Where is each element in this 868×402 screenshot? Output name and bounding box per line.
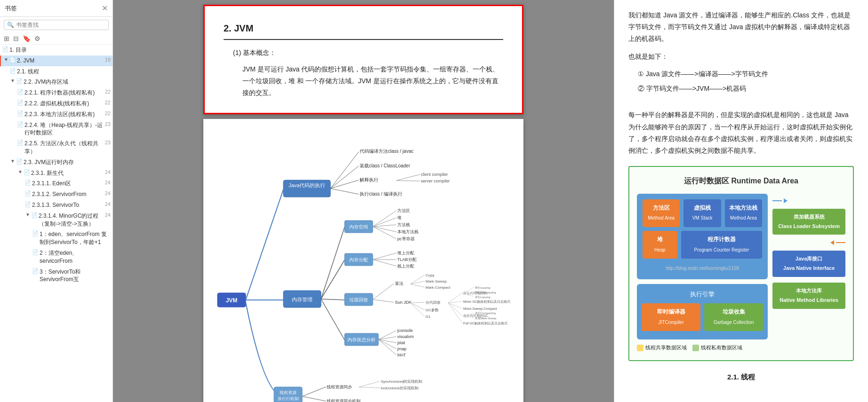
svg-text:方法栈: 方法栈	[397, 222, 410, 227]
page-2-3-1-2: 24	[105, 190, 111, 196]
sidebar-item-2-3-1[interactable]: ▼ 📄 2.3.1. 新生代 24	[0, 168, 113, 179]
sidebar-item-2-3-label: 2.3. JVM运行时内存	[24, 158, 111, 166]
arrow-icon-2-3-1: ▼	[17, 169, 24, 174]
right-list-item-2: ② 字节码文件——>JVM——>机器码	[638, 83, 854, 95]
svg-text:Minor-Sweep-Compact: Minor-Sweep-Compact	[463, 307, 497, 311]
sidebar-item-1[interactable]: 📄 1. 目录	[0, 45, 113, 55]
sidebar-item-2-3-1-4-1[interactable]: 📄 1：eden、servicorFrom 复制到ServivorTo，年龄+1	[0, 229, 113, 248]
right-text-2: 也就是如下：	[628, 51, 854, 63]
sidebar-search-box[interactable]: 🔍	[4, 20, 109, 30]
sidebar-item-2-2-5-label: 2.2.5. 方法区/永久代（线程共享）	[24, 140, 103, 156]
svg-text:解释执行: 解释执行	[360, 177, 378, 182]
search-icon: 🔍	[7, 22, 14, 28]
svg-text:线程资源同步机制: 线程资源同步机制	[327, 399, 361, 402]
svg-text:TLAB分配: TLAB分配	[397, 257, 417, 262]
sidebar-item-2-3-1-1[interactable]: 📄 2.3.1.1. Eden区 24	[0, 178, 113, 189]
sidebar-item-2[interactable]: ▼ 📄 2. JVM 19	[0, 55, 113, 66]
search-input[interactable]	[16, 22, 105, 28]
sidebar-item-2-3-1-2-label: 2.3.1.2. ServivorFrom	[32, 190, 103, 198]
sidebar-item-2-3-1-4-3[interactable]: 📄 3：ServivorTo和ServivorFrom互	[0, 267, 113, 285]
svg-text:栈上分配: 栈上分配	[397, 264, 414, 268]
svg-text:MAT: MAT	[397, 353, 406, 357]
method-area-cell: 方法区Method Area	[643, 199, 680, 227]
runtime-diagram-title: 运行时数据区 Runtime Data Area	[637, 174, 845, 188]
sidebar-item-2-3-1-4[interactable]: ▼ 📄 2.3.1.4. MinorGC的过程（复制->清空->互换） 24	[0, 211, 113, 229]
sidebar-item-2-2-5[interactable]: 📄 2.2.5. 方法区/永久代（线程共享） 23	[0, 138, 113, 157]
page-2-3-1-3: 24	[105, 201, 111, 207]
svg-text:串行copying: 串行copying	[475, 286, 490, 289]
gc-cell: 垃圾收集Garbage Collection	[704, 303, 763, 331]
svg-line-26	[373, 225, 396, 227]
svg-text:JVM: JVM	[226, 297, 238, 304]
svg-line-52	[373, 300, 394, 302]
svg-text:分代回收: 分代回收	[426, 300, 441, 305]
arrow-icon-2-2: ▼	[9, 78, 16, 83]
sidebar-item-2-2[interactable]: ▼ 📄 2.2. JVM内存区域	[0, 77, 113, 87]
pdf-area[interactable]: 2. JVM (1) 基本概念： JVM 是可运行 Java 代码的假想计算机，…	[113, 0, 614, 402]
svg-line-35	[373, 253, 396, 260]
sidebar-item-2-2-3-label: 2.2.3. 本地方法区(线程私有)	[24, 110, 103, 118]
bookmark-icon-2-3-1-4-1: 📄	[32, 230, 39, 236]
svg-text:执行行机制: 执行行机制	[278, 396, 299, 401]
bookmark-icon[interactable]: 🔖	[23, 35, 31, 42]
sidebar-item-2-1[interactable]: 📄 2.1. 线程	[0, 66, 113, 77]
svg-text:并发Mark-Sweep: 并发Mark-Sweep	[475, 316, 497, 320]
svg-text:client compiler: client compiler	[421, 172, 448, 177]
sidebar-item-2-1-label: 2.1. 线程	[17, 68, 111, 76]
svg-line-13	[396, 181, 420, 181]
svg-line-22	[373, 211, 396, 227]
svg-text:算法: 算法	[395, 281, 403, 286]
svg-text:jstat: jstat	[397, 340, 405, 345]
page-2-2-4: 23	[105, 121, 111, 127]
heap-cell: 堆Heap	[643, 231, 677, 259]
right-text-3: 每一种平台的解释器是不同的，但是实现的虚拟机是相同的，这也就是 Java 为什么…	[628, 109, 854, 157]
sidebar-item-2-2-4[interactable]: 📄 2.2.4. 堆（Heap-线程共享）-运行时数据区 23	[0, 120, 113, 139]
sidebar-close-button[interactable]: ✕	[102, 4, 108, 13]
runtime-main-box: 方法区Method Area 虚拟栈VM Stack 本地方法栈Method A…	[637, 194, 768, 279]
svg-line-39	[373, 260, 396, 266]
sidebar-item-2-2-2[interactable]: 📄 2.2.2. 虚拟机栈(线程私有) 22	[0, 98, 113, 109]
svg-text:Mark-Sweep: Mark-Sweep	[426, 279, 447, 284]
page-2-3-1-4: 24	[105, 212, 111, 218]
sidebar-item-2-2-1-label: 2.2.1. 程序计数器(线程私有)	[24, 89, 103, 97]
svg-line-102	[302, 396, 326, 401]
svg-line-78	[410, 303, 425, 316]
execution-engine-title: 执行引擎	[642, 289, 763, 300]
svg-text:Full GC触发机制以及日志格式: Full GC触发机制以及日志格式	[463, 322, 507, 325]
sidebar-item-2-2-3[interactable]: 📄 2.2.3. 本地方法区(线程私有) 22	[0, 109, 113, 120]
svg-text:visualvm: visualvm	[397, 334, 414, 339]
sidebar-item-2-3-1-3[interactable]: 📄 2.3.1.3. ServivorTo 24	[0, 200, 113, 211]
page-2-2-5: 23	[105, 140, 111, 145]
sidebar-item-2-3-1-4-1-label: 1：eden、servicorFrom 复制到ServivorTo，年龄+1	[40, 230, 111, 246]
svg-text:垃圾回收: 垃圾回收	[349, 297, 368, 302]
svg-line-19	[321, 227, 345, 299]
runtime-diagram: 运行时数据区 Runtime Data Area 方法区Method Area …	[628, 166, 854, 361]
collapse-all-icon[interactable]: ⊟	[13, 35, 19, 42]
svg-text:线程资源: 线程资源	[280, 390, 297, 395]
sidebar-item-2-2-1[interactable]: 📄 2.2.1. 程序计数器(线程私有) 22	[0, 87, 113, 98]
bookmark-icon-2-2-1: 📄	[17, 89, 24, 95]
svg-text:内存空间: 内存空间	[349, 224, 368, 229]
svg-text:内存管理: 内存管理	[292, 297, 313, 302]
svg-text:Mark-Compact: Mark-Compact	[426, 285, 450, 290]
svg-text:GC参数: GC参数	[426, 308, 439, 312]
sidebar-item-2-3-1-4-2[interactable]: 📄 2：清空eden、servicorFrom	[0, 248, 113, 267]
svg-line-96	[302, 387, 326, 396]
bookmark-icon-2-2-4: 📄	[17, 121, 24, 127]
svg-line-24	[373, 218, 396, 227]
sidebar-item-2-3[interactable]: ▼ 📄 2.3. JVM运行时内存	[0, 157, 113, 168]
svg-text:线程资源同步: 线程资源同步	[327, 385, 352, 389]
sidebar-item-2-3-1-2[interactable]: 📄 2.3.1.2. ServivorFrom 24	[0, 189, 113, 200]
sidebar-item-1-label: 1. 目录	[9, 46, 111, 54]
bookmark-icon-2-3-1-4-2: 📄	[32, 249, 39, 255]
svg-text:并行Compacting: 并行Compacting	[475, 311, 496, 315]
expand-all-icon[interactable]: ⊞	[4, 35, 9, 42]
settings-icon[interactable]: ⚙	[34, 35, 40, 42]
legend-private-label: 线程私有数据区域	[701, 343, 742, 353]
sidebar-item-2-2-label: 2.2. JVM内存区域	[24, 78, 111, 86]
sidebar-item-2-3-1-label: 2.3.1. 新生代	[31, 169, 103, 177]
svg-text:jconsole: jconsole	[397, 328, 413, 333]
svg-line-41	[321, 299, 345, 300]
svg-text:本地方法栈: 本地方法栈	[397, 229, 418, 234]
bookmark-icon-2-2-5: 📄	[17, 140, 24, 146]
